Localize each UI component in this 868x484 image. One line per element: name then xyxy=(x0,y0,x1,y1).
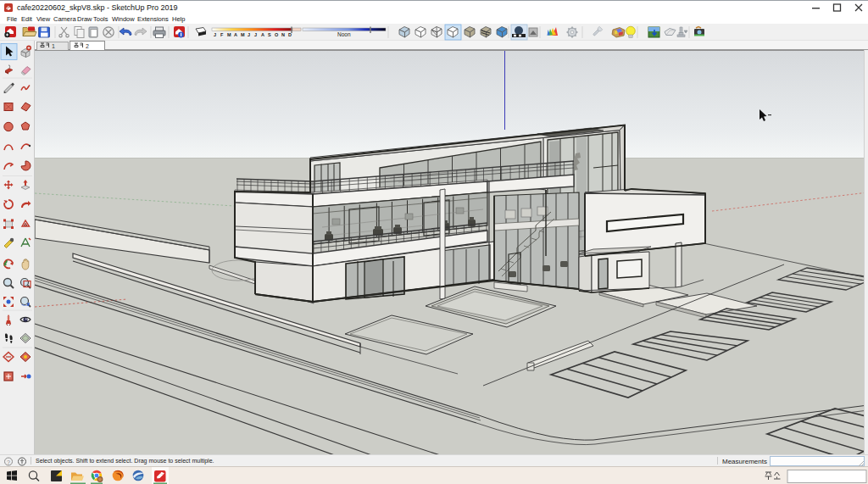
svg-text:O: O xyxy=(275,32,279,37)
svg-text:2: 2 xyxy=(86,43,89,49)
svg-text:J: J xyxy=(248,32,250,37)
svg-text:M: M xyxy=(227,32,231,37)
svg-text:F: F xyxy=(220,32,224,37)
svg-text:D: D xyxy=(288,32,292,37)
svg-text:?: ? xyxy=(7,459,10,465)
svg-text:J: J xyxy=(254,32,257,37)
svg-text:J: J xyxy=(214,32,216,37)
svg-text:S: S xyxy=(268,32,271,37)
svg-text:N: N xyxy=(281,32,285,37)
svg-text:Noon: Noon xyxy=(337,31,351,37)
svg-text:A: A xyxy=(261,32,264,37)
svg-text:M: M xyxy=(241,32,245,37)
svg-text:A: A xyxy=(234,32,237,37)
svg-text:1: 1 xyxy=(52,43,55,49)
